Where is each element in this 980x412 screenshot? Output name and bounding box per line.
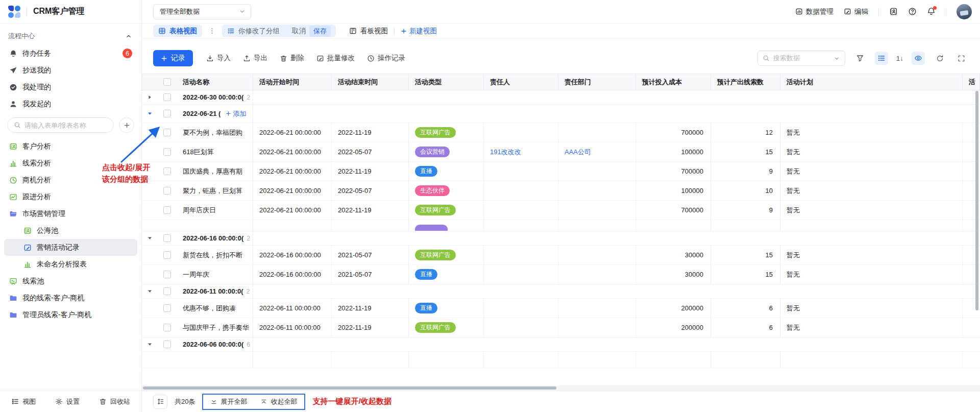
divider	[946, 8, 946, 16]
user-avatar[interactable]	[957, 4, 972, 19]
collapse-group-icon[interactable]	[146, 341, 153, 348]
row-checkbox[interactable]	[163, 110, 171, 117]
start-time: 2022-06-21 00:00:00	[259, 206, 321, 214]
row-checkbox[interactable]	[163, 271, 171, 278]
collapse-group-icon[interactable]	[146, 110, 153, 117]
sidebar-item-线索池[interactable]: 线索池	[4, 273, 137, 289]
row-height-icon[interactable]	[153, 395, 167, 409]
owner-link[interactable]: 191改改改	[490, 148, 521, 157]
row-checkbox[interactable]	[163, 187, 171, 195]
search-input[interactable]	[24, 122, 107, 129]
start-time: 2022-06-21 00:00:00	[259, 129, 321, 136]
activity-type-tag: 生态伙伴	[415, 185, 450, 196]
sidebar-item-label: 未命名分析报表	[37, 260, 132, 269]
sidebar-item-营销活动记录[interactable]: 营销活动记录	[4, 239, 137, 256]
horizontal-scrollbar[interactable]	[143, 386, 556, 390]
expand-group-icon[interactable]	[146, 94, 153, 101]
select-all-checkbox[interactable]	[163, 78, 171, 86]
sidebar-item-抄送我的[interactable]: 抄送我的	[4, 62, 137, 79]
sidebar-item-管理员线索-客户-商机[interactable]: 管理员线索-客户-商机	[4, 306, 137, 323]
batchedit-icon	[316, 55, 324, 62]
row-checkbox[interactable]	[163, 206, 171, 214]
toolbar-导入-button[interactable]: 导入	[206, 54, 231, 63]
more-options-icon[interactable]	[208, 27, 216, 35]
sidebar-item-跟进分析[interactable]: 跟进分析	[4, 188, 137, 205]
row-checkbox[interactable]	[163, 341, 171, 348]
folder-icon	[9, 294, 17, 302]
collapse-group-icon[interactable]	[146, 288, 153, 295]
refresh-icon[interactable]	[933, 52, 946, 65]
sidebar-item-我发起的[interactable]: 我发起的	[4, 95, 137, 112]
toolbar-导出-button[interactable]: 导出	[243, 54, 267, 63]
toolbar-删除-button[interactable]: 删除	[280, 54, 304, 63]
add-record-in-group-button[interactable]: 添加	[226, 109, 246, 118]
activity-type-tag: 互联网广告	[415, 250, 456, 260]
chevron-up-icon[interactable]	[125, 33, 132, 40]
contacts-icon[interactable]	[889, 7, 898, 16]
import-icon	[206, 55, 214, 62]
data-scope-select[interactable]: 管理全部数据	[153, 4, 251, 19]
row-checkbox[interactable]	[163, 148, 171, 156]
sidebar-item-公海池[interactable]: 公海池	[4, 222, 137, 239]
header-数据管理-button[interactable]: 数据管理	[795, 7, 834, 16]
save-button[interactable]: 保存	[309, 26, 331, 37]
add-form-button[interactable]	[119, 117, 134, 133]
filter-icon[interactable]	[853, 52, 867, 65]
footer-item-回收站[interactable]: 回收站	[99, 397, 130, 406]
sidebar-item-未命名分析报表[interactable]: 未命名分析报表	[4, 256, 137, 273]
row-checkbox[interactable]	[163, 129, 171, 136]
list-view-icon[interactable]	[875, 52, 888, 65]
sidebar-item-线索分析[interactable]: 线索分析	[4, 155, 137, 172]
notifications-bell-icon[interactable]	[927, 7, 936, 16]
row-checkbox[interactable]	[163, 287, 171, 295]
expand-all-button[interactable]: 展开全部	[210, 397, 247, 406]
sidebar-item-我的线索-客户-商机[interactable]: 我的线索-客户-商机	[4, 289, 137, 306]
help-icon[interactable]	[908, 7, 917, 16]
footer-item-设置[interactable]: 设置	[55, 397, 80, 406]
new-view-button[interactable]: 新建视图	[401, 27, 437, 36]
row-checkbox[interactable]	[163, 324, 171, 331]
header-编辑-button[interactable]: 编辑	[844, 7, 868, 16]
sidebar-item-市场营销管理[interactable]: 市场营销管理	[4, 205, 137, 222]
sidebar-item-label: 营销活动记录	[37, 243, 132, 252]
sidebar-item-待办任务[interactable]: 待办任务6	[4, 45, 137, 62]
section-process-center[interactable]: 流程中心	[0, 29, 141, 44]
sidebar-item-商机分析[interactable]: 商机分析	[4, 172, 137, 188]
collapse-group-icon[interactable]	[146, 235, 153, 241]
toolbar-批量修改-button[interactable]: 批量修改	[316, 54, 355, 63]
form-search-input[interactable]	[7, 117, 114, 133]
send-icon	[9, 66, 17, 75]
kanban-icon	[349, 27, 357, 35]
activity-name: 优惠不够，团购凑	[183, 304, 236, 313]
sidebar-item-label: 公海池	[37, 226, 132, 235]
sidebar-item-我处理的[interactable]: 我处理的	[4, 79, 137, 95]
footer-item-视图[interactable]: 视图	[11, 397, 36, 406]
end-time: 2022-05-07	[338, 187, 372, 195]
row-checkbox[interactable]	[163, 234, 171, 242]
collapse-all-button[interactable]: 收起全部	[260, 397, 297, 406]
start-time: 2022-06-21 00:00:00	[259, 148, 321, 156]
datamanage-icon	[795, 8, 803, 15]
eye-icon[interactable]	[912, 52, 925, 65]
department-link[interactable]: AAA公司	[565, 148, 591, 157]
row-checkbox[interactable]	[163, 251, 171, 259]
table: 活动名称活动开始时间活动结束时间活动类型责任人责任部门预计投入成本预计产出线索数…	[142, 74, 980, 391]
sidebar-item-客户分析[interactable]: 客户分析	[4, 138, 137, 155]
sort-icon[interactable]: 1↓	[896, 55, 903, 62]
tab-table-view[interactable]: 表格视图	[153, 25, 202, 37]
row-checkbox[interactable]	[163, 304, 171, 312]
tab-kanban-view[interactable]: 看板视图	[349, 27, 388, 36]
add-record-button[interactable]: 记录	[153, 50, 193, 66]
column-header: 活动类型	[409, 74, 484, 90]
clipped-row	[142, 220, 980, 231]
vertical-scrollbar[interactable]	[975, 91, 978, 310]
row-checkbox[interactable]	[163, 167, 171, 175]
fullscreen-icon[interactable]	[954, 52, 968, 65]
activity-name: 一周年庆	[183, 270, 209, 279]
row-checkbox[interactable]	[163, 93, 171, 101]
cancel-button[interactable]: 取消	[292, 27, 306, 36]
toolbar-操作记录-button[interactable]: 操作记录	[367, 54, 405, 63]
table-search-input[interactable]: 搜索数据	[757, 51, 845, 66]
activity-name: 国庆盛典，厚惠有期	[183, 167, 242, 176]
start-time: 2022-06-16 00:00:00	[259, 251, 321, 259]
